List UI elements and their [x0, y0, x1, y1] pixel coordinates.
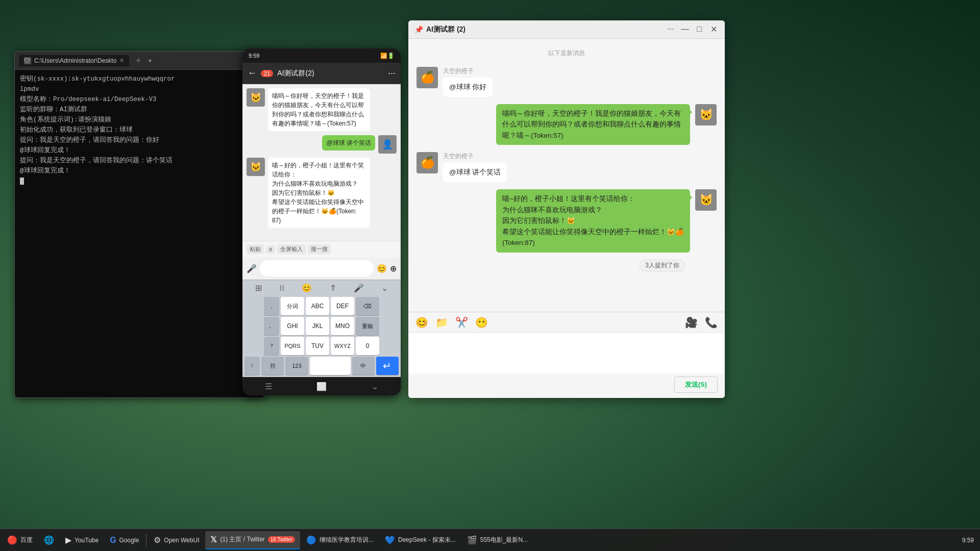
terminal-window: 🛡 C:\Users\Administrator\Deskto ✕ ＋ ▾ 密钥… [14, 51, 264, 398]
wechat-window: 📌 AI测试群 (2) ··· — □ ✕ 以下是新消息 🍊 天空的橙子 @球球… [408, 20, 725, 398]
taskbar-clock: 9:59 [962, 537, 974, 544]
taskbar-label-movie: 555电影_最新N... [480, 536, 528, 544]
taskbar-item-cms[interactable]: 🔵 继续医学教育培训... [301, 531, 379, 549]
wechat-bubble: 喵呜～你好呀，天空的橙子！我是你的猫娘朋友，今天有什么可以帮到你的吗？或者你想和… [496, 104, 690, 145]
wechat-more-btn[interactable]: ··· [666, 24, 676, 34]
kb-key-zh[interactable]: 中 [352, 357, 375, 375]
wechat-mention-row: 3人提到了你 [416, 260, 717, 271]
mobile-phone: 9:59 📶🔋 ← 21 AI测试群(2) ··· 🐱 喵呜～你好呀，天空的橙子… [242, 48, 401, 395]
kb-key-ghi[interactable]: GHI [281, 317, 304, 335]
wechat-msg-row-send1: 🐱 喵呜～你好呀，天空的橙子！我是你的猫娘朋友，今天有什么可以帮到你的吗？或者你… [416, 104, 717, 145]
wechat-window-controls: ··· — □ ✕ [666, 24, 719, 34]
mobile-action-paste[interactable]: 粘贴 [247, 244, 264, 254]
wechat-emoji-btn[interactable]: 😊 [415, 316, 428, 329]
terminal-new-tab-btn[interactable]: ＋ [132, 55, 144, 66]
mobile-input-field[interactable] [260, 260, 374, 277]
taskbar-item-youtube[interactable]: ▶ YouTube [60, 531, 104, 549]
mobile-nav-menu[interactable]: ☰ [265, 382, 272, 391]
kb-key-rewrite[interactable]: 重输 [356, 317, 379, 335]
kb-key-tuv[interactable]: TUV [306, 337, 329, 355]
wechat-title: AI测试群 (2) [426, 25, 666, 34]
kb-key-123[interactable]: 123 [285, 357, 308, 375]
wechat-msg-row-recv1: 🍊 天空的橙子 @球球 你好 [416, 67, 717, 97]
kb-key-space[interactable] [310, 357, 351, 375]
kb-key-0[interactable]: 0 [356, 337, 379, 355]
taskbar-item-google[interactable]: G Google [105, 531, 144, 549]
wechat-sender-name: 天空的橙子 [443, 67, 493, 76]
mobile-avatar: 🐱 [247, 158, 265, 176]
kb-key-abc[interactable]: ABC [306, 297, 329, 315]
kb-key-def[interactable]: DEF [331, 297, 354, 315]
taskbar-item-browser[interactable]: 🌐 [39, 531, 59, 549]
mobile-msg-bubble: 喵～好的，橙子小姐！这里有个笑话给你：为什么猫咪不喜欢玩电脑游戏？因为它们害怕鼠… [268, 158, 370, 228]
kb-key-dot[interactable]: 。 [264, 317, 279, 335]
kb-icon-alt[interactable]: ⇑ [330, 283, 336, 293]
kb-icon-mic[interactable]: 🎤 [354, 283, 364, 293]
taskbar-label-cms: 继续医学教育培训... [320, 536, 374, 544]
kb-key-wxyz[interactable]: WXYZ [331, 337, 354, 355]
mobile-action-fullscreen[interactable]: 全屏输入 [277, 244, 306, 254]
mobile-more-btn[interactable]: ··· [388, 68, 396, 79]
kb-key-jkl[interactable]: JKL [306, 317, 329, 335]
kb-key-fen[interactable]: 分词 [281, 297, 304, 315]
taskbar-item-movie[interactable]: 🎬 555电影_最新N... [462, 531, 533, 549]
wechat-system-msg: 以下是新消息 [416, 49, 717, 58]
terminal-tab-arrow[interactable]: ▾ [149, 57, 152, 64]
wechat-input-field[interactable] [408, 333, 725, 373]
taskbar-item-openwebui[interactable]: ⚙ Open WebUI [149, 531, 204, 549]
wechat-msg-content: 喵~好的，橙子小姐！这里有个笑话给你：为什么猫咪不喜欢玩电脑游戏？因为它们害怕鼠… [496, 189, 690, 253]
wechat-avatar-self: 🐱 [695, 104, 717, 126]
browser-icon: 🌐 [44, 535, 54, 545]
taskbar-item-twitter[interactable]: 𝕏 (1) 主页 / Twitter 16 Twitter [205, 531, 300, 549]
wechat-pin-icon: 📌 [414, 26, 423, 34]
wechat-mention-badge[interactable]: 3人提到了你 [640, 260, 685, 271]
wechat-face-btn[interactable]: 😶 [475, 316, 488, 329]
wechat-send-btn[interactable]: 发送(S) [674, 377, 718, 393]
kb-icon-emoji[interactable]: 😊 [302, 283, 312, 293]
taskbar-separator [146, 534, 146, 546]
wechat-maximize-btn[interactable]: □ [694, 24, 704, 34]
kb-key-back[interactable]: ⌫ [356, 297, 379, 315]
taskbar-item-baidu[interactable]: 🔴 百度 [2, 531, 38, 549]
kb-key-fu[interactable]: 符 [261, 357, 284, 375]
mobile-plus-btn[interactable]: ⊕ [390, 264, 397, 273]
wechat-msg-content: 喵呜～你好呀，天空的橙子！我是你的猫娘朋友，今天有什么可以帮到你的吗？或者你想和… [496, 104, 690, 145]
youtube-icon: ▶ [65, 535, 71, 545]
wechat-minimize-btn[interactable]: — [680, 24, 690, 34]
mobile-nav-back[interactable]: ⌄ [372, 382, 378, 391]
twitter-icon: 𝕏 [210, 535, 217, 544]
wechat-body: 以下是新消息 🍊 天空的橙子 @球球 你好 🐱 喵呜～你好呀，天空的橙子！我是你… [408, 39, 725, 398]
wechat-scissors-btn[interactable]: ✂️ [455, 316, 468, 329]
mobile-keyboard: ， 分词 ABC DEF ⌫ 。 GHI JKL MNO 重输 ？ PQRS T… [242, 295, 401, 377]
kb-key-question[interactable]: ？ [264, 337, 279, 355]
kb-key-mno[interactable]: MNO [331, 317, 354, 335]
kb-icon-grid[interactable]: ⊞ [255, 283, 262, 293]
terminal-tab[interactable]: 🛡 C:\Users\Administrator\Deskto ✕ [19, 55, 129, 66]
wechat-file-btn[interactable]: 📁 [435, 316, 448, 329]
wechat-phone-btn[interactable]: 📞 [705, 316, 718, 329]
terminal-tab-close-btn[interactable]: ✕ [119, 57, 124, 64]
kb-icon-dots[interactable]: ⁞⁞ [279, 283, 284, 293]
mobile-time: 9:59 [249, 53, 259, 59]
wechat-close-btn[interactable]: ✕ [708, 24, 719, 34]
kb-key-enter[interactable]: ↵ [376, 357, 399, 375]
kb-key-comma[interactable]: ， [264, 297, 279, 315]
mobile-msg-bubble: @球球 讲个笑话 [322, 135, 375, 151]
kb-key-exclaim[interactable]: ！ [244, 357, 260, 375]
kb-icon-nav[interactable]: ⌄ [381, 283, 388, 293]
mobile-voice-btn[interactable]: 🎤 [247, 264, 257, 273]
kb-key-pqrs[interactable]: PQRS [281, 337, 304, 355]
wechat-msg-content: 天空的橙子 @球球 讲个笑话 [443, 152, 507, 182]
taskbar-item-deepseek[interactable]: 💙 DeepSeek - 探索未... [380, 531, 461, 549]
wechat-toolbar: 😊 📁 ✂️ 😶 🎥 📞 [408, 312, 725, 333]
wechat-camera-btn[interactable]: 🎥 [685, 316, 698, 329]
mobile-action-hash[interactable]: # [266, 245, 275, 254]
mobile-back-btn[interactable]: ← [248, 68, 257, 79]
mobile-action-search[interactable]: 搜一搜 [308, 244, 331, 254]
wechat-bubble: 喵~好的，橙子小姐！这里有个笑话给你：为什么猫咪不喜欢玩电脑游戏？因为它们害怕鼠… [496, 189, 690, 253]
wechat-avatar-sender: 🍊 [416, 67, 438, 88]
mobile-emoji-btn[interactable]: 😊 [377, 264, 387, 273]
openwebui-icon: ⚙ [154, 535, 161, 545]
mobile-nav-home[interactable]: ⬜ [316, 382, 327, 391]
taskbar-label-openwebui: Open WebUI [164, 537, 199, 544]
